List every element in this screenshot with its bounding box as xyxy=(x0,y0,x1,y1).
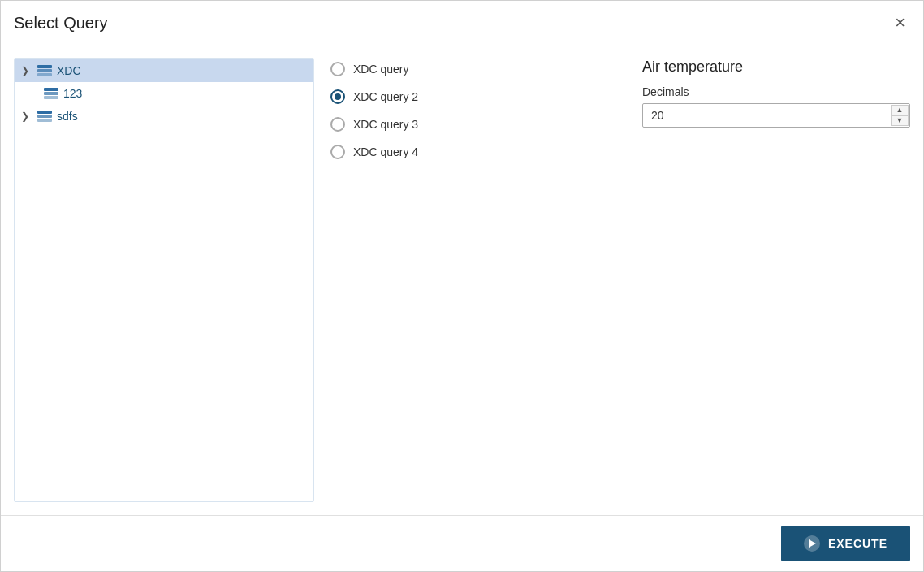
tree-item-label-123: 123 xyxy=(63,87,82,100)
select-query-dialog: Select Query × ❯ XDC xyxy=(0,0,924,572)
tree-item-sdfs[interactable]: ❯ sdfs xyxy=(15,105,313,128)
play-icon xyxy=(804,535,820,552)
chevron-right-icon-sdfs: ❯ xyxy=(21,110,32,122)
radio-label-q2: XDC query 2 xyxy=(353,90,418,103)
tree-panel: ❯ XDC 123 ❯ xyxy=(14,58,314,502)
detail-title: Air temperature xyxy=(642,58,910,76)
database-icon-xdc xyxy=(37,65,52,76)
execute-label: EXECUTE xyxy=(828,537,887,550)
radio-q1[interactable] xyxy=(330,62,345,76)
chevron-right-icon: ❯ xyxy=(21,65,32,76)
spin-buttons: ▲ ▼ xyxy=(891,105,909,126)
radio-q2[interactable] xyxy=(330,89,345,104)
decimals-label: Decimals xyxy=(642,85,910,98)
dialog-title: Select Query xyxy=(14,14,108,32)
tree-item-label-xdc: XDC xyxy=(57,64,81,77)
radio-label-q3: XDC query 3 xyxy=(353,118,418,131)
decimals-input-wrapper: ▲ ▼ xyxy=(642,103,910,128)
tree-item-label-sdfs: sdfs xyxy=(57,110,78,123)
dialog-footer: EXECUTE xyxy=(1,515,923,571)
tree-item-xdc[interactable]: ❯ XDC xyxy=(15,59,313,82)
radio-item-q2[interactable]: XDC query 2 xyxy=(330,89,618,104)
play-triangle xyxy=(809,540,816,548)
query-panel: XDC query XDC query 2 XDC query 3 XDC qu… xyxy=(314,58,634,502)
database-icon-123 xyxy=(44,88,58,99)
detail-panel: Air temperature Decimals ▲ ▼ xyxy=(634,58,910,502)
radio-label-q4: XDC query 4 xyxy=(353,145,418,158)
spin-down-button[interactable]: ▼ xyxy=(891,115,909,126)
spin-up-button[interactable]: ▲ xyxy=(891,105,909,115)
radio-item-q1[interactable]: XDC query xyxy=(330,62,618,76)
close-button[interactable]: × xyxy=(890,12,910,33)
execute-button[interactable]: EXECUTE xyxy=(781,526,910,561)
decimals-input[interactable] xyxy=(642,103,910,128)
dialog-header: Select Query × xyxy=(1,1,923,46)
radio-q4[interactable] xyxy=(330,145,345,159)
dialog-body: ❯ XDC 123 ❯ xyxy=(1,46,923,515)
tree-item-123[interactable]: 123 xyxy=(15,82,313,105)
radio-item-q4[interactable]: XDC query 4 xyxy=(330,145,618,159)
radio-item-q3[interactable]: XDC query 3 xyxy=(330,117,618,132)
radio-label-q1: XDC query xyxy=(353,63,408,76)
radio-q3[interactable] xyxy=(330,117,345,132)
database-icon-sdfs xyxy=(37,110,52,122)
